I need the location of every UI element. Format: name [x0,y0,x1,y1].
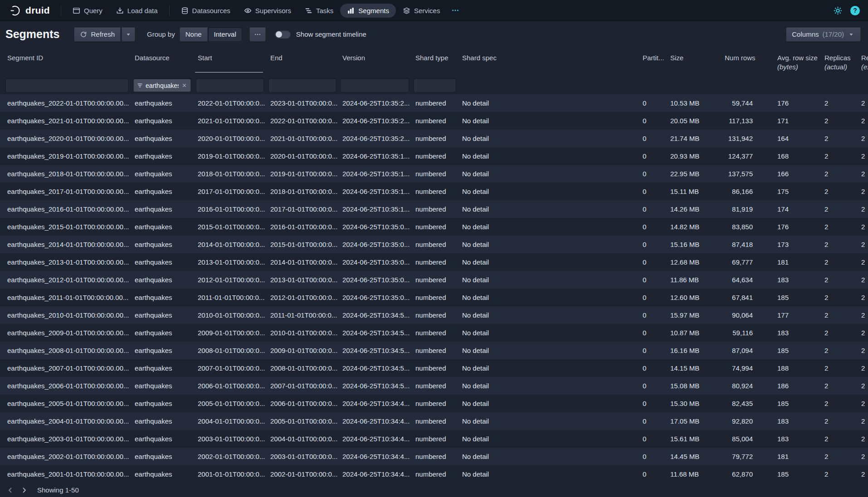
columns-button[interactable]: Columns (17/20) [786,27,861,42]
column-label: Replication factor [861,54,868,62]
table-row[interactable]: earthquakes_2017-01-01T00:00:00.00...ear… [0,183,868,200]
table-row[interactable]: earthquakes_2015-01-01T00:00:00.00...ear… [0,218,868,236]
column-header-size[interactable]: Size [668,54,722,75]
pagination-bar: Showing 1-50 [0,483,868,497]
table-row[interactable]: earthquakes_2014-01-01T00:00:00.00...ear… [0,236,868,253]
cell-avg_row_size: 171 [775,117,822,125]
cell-version: 2024-06-25T10:35:1... [340,205,413,213]
cell-segment_id: earthquakes_2021-01-01T00:00:00.00... [5,117,132,125]
nav-item-datasources[interactable]: Datasources [174,4,237,18]
table-row[interactable]: earthquakes_2020-01-01T00:00:00.00...ear… [0,130,868,147]
cell-size: 10.53 MB [668,99,722,107]
table-row[interactable]: earthquakes_2005-01-01T00:00:00.00...ear… [0,395,868,412]
table-row[interactable]: earthquakes_2012-01-01T00:00:00.00...ear… [0,271,868,289]
table-row[interactable]: earthquakes_2006-01-01T00:00:00.00...ear… [0,377,868,395]
filter-cell-shard_type [413,78,459,92]
column-header-replication_factor[interactable]: Replication factor(expected) [858,54,868,75]
filter-input-datasource[interactable]: earthquakes [133,78,191,92]
cell-replicas: 2 [822,364,858,372]
chevron-right-icon [20,487,28,494]
table-row[interactable]: earthquakes_2016-01-01T00:00:00.00...ear… [0,200,868,218]
nav-item-query[interactable]: Query [66,4,109,18]
column-header-start[interactable]: Start [195,54,268,75]
cell-datasource: earthquakes [132,170,195,178]
filter-cell-segment_id [5,78,132,92]
cell-datasource: earthquakes [132,400,195,407]
table-row[interactable]: earthquakes_2022-01-01T00:00:00.00...ear… [0,94,868,112]
cell-end: 2005-01-01T00:00:0... [268,417,340,425]
filter-input-end[interactable] [268,78,336,92]
table-row[interactable]: earthquakes_2003-01-01T00:00:00.00...ear… [0,430,868,448]
column-header-partition[interactable]: Partit... [640,54,668,75]
table-row[interactable]: earthquakes_2009-01-01T00:00:00.00...ear… [0,324,868,342]
refresh-split-button: Refresh [74,27,135,42]
column-header-avg_row_size[interactable]: Avg. row size(bytes) [775,54,822,75]
table-row[interactable]: earthquakes_2021-01-01T00:00:00.00...ear… [0,112,868,130]
column-header-num_rows[interactable]: Num rows [722,54,775,75]
cell-partition: 0 [640,258,668,266]
filter-input-segment_id[interactable] [5,78,128,92]
cell-replication_factor: 2 [858,205,868,213]
more-options-button[interactable] [249,27,266,42]
druid-brand[interactable]: druid [9,5,50,17]
nav-item-supervisors[interactable]: Supervisors [237,4,298,18]
filter-cell-size [668,78,722,92]
help-icon[interactable]: ? [850,6,860,15]
group-by-option-none[interactable]: None [180,27,208,42]
cell-shard_spec: No detail [459,311,640,319]
filter-input-shard_type[interactable] [414,78,456,92]
cell-end: 2003-01-01T00:00:0... [268,453,340,460]
cell-avg_row_size: 181 [775,453,822,460]
column-header-segment_id[interactable]: Segment ID [5,54,132,75]
gear-icon[interactable] [833,6,843,15]
table-row[interactable]: earthquakes_2002-01-01T00:00:00.00...ear… [0,448,868,465]
datasource-filter-tag[interactable]: earthquakes [134,79,190,92]
filter-input-version[interactable] [341,78,409,92]
cell-shard_spec: No detail [459,382,640,390]
cell-avg_row_size: 174 [775,205,822,213]
nav-item-services[interactable]: Services [396,4,447,18]
column-header-datasource[interactable]: Datasource [132,54,195,75]
remove-filter-icon[interactable] [181,82,187,88]
refresh-caret-button[interactable] [122,27,135,42]
table-row[interactable]: earthquakes_2011-01-01T00:00:00.00...ear… [0,289,868,306]
prev-page-button[interactable] [4,484,17,496]
nav-item-tasks[interactable]: Tasks [298,4,340,18]
column-header-shard_spec[interactable]: Shard spec [459,54,640,75]
filter-input-start[interactable] [196,78,264,92]
nav-overflow-button[interactable] [447,6,464,14]
table-row[interactable]: earthquakes_2010-01-01T00:00:00.00...ear… [0,306,868,324]
cell-replicas: 2 [822,135,858,142]
nav-item-segments[interactable]: Segments [340,4,396,18]
refresh-button[interactable]: Refresh [74,27,121,42]
table-row[interactable]: earthquakes_2018-01-01T00:00:00.00...ear… [0,165,868,183]
segment-timeline-toggle[interactable] [275,30,291,39]
column-header-shard_type[interactable]: Shard type [413,54,459,75]
table-row[interactable]: earthquakes_2013-01-01T00:00:00.00...ear… [0,253,868,271]
cell-replication_factor: 2 [858,170,868,178]
column-header-version[interactable]: Version [340,54,413,75]
cell-version: 2024-06-25T10:34:4... [340,400,413,407]
cell-size: 22.95 MB [668,170,722,178]
cell-datasource: earthquakes [132,347,195,354]
cell-replicas: 2 [822,382,858,390]
cell-version: 2024-06-25T10:34:5... [340,329,413,337]
table-row[interactable]: earthquakes_2019-01-01T00:00:00.00...ear… [0,147,868,165]
nav-item-load-data[interactable]: Load data [109,4,165,18]
column-header-replicas[interactable]: Replicas(actual) [822,54,858,75]
table-row[interactable]: earthquakes_2001-01-01T00:00:00.00...ear… [0,465,868,483]
table-row[interactable]: earthquakes_2008-01-01T00:00:00.00...ear… [0,342,868,359]
cell-replication_factor: 2 [858,347,868,354]
table-row[interactable]: earthquakes_2007-01-01T00:00:00.00...ear… [0,359,868,377]
page-title: Segments [5,28,59,41]
table-row[interactable]: earthquakes_2004-01-01T00:00:00.00...ear… [0,412,868,430]
cell-shard_spec: No detail [459,117,640,125]
cell-partition: 0 [640,294,668,301]
cell-avg_row_size: 183 [775,435,822,443]
cell-start: 2001-01-01T00:00:0... [195,470,268,478]
group-by-option-interval[interactable]: Interval [208,27,242,42]
column-header-end[interactable]: End [268,54,340,75]
column-sublabel: (expected) [861,63,868,71]
next-page-button[interactable] [17,484,31,496]
cell-replicas: 2 [822,329,858,337]
